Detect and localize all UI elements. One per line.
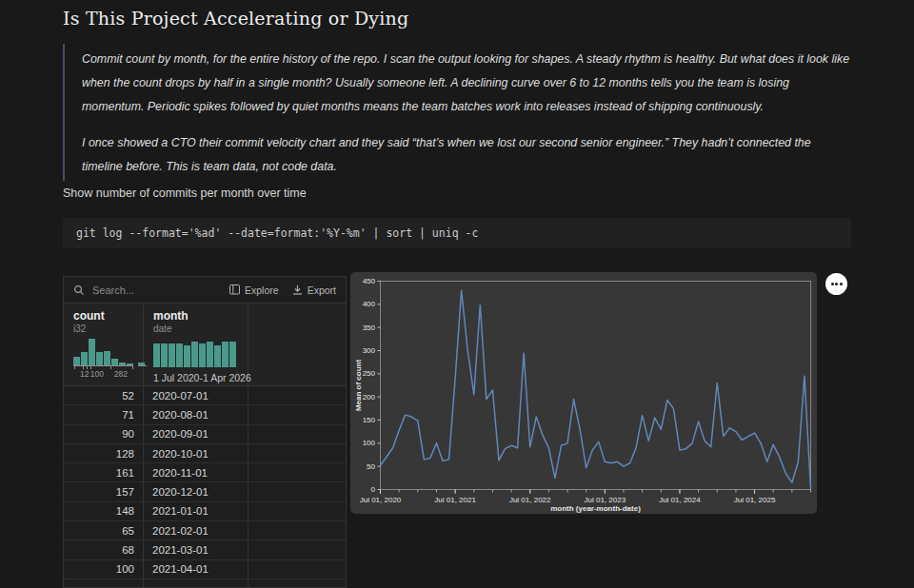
table-row[interactable]: 1282020-10-01 <box>64 444 346 463</box>
search-input[interactable] <box>90 284 216 297</box>
svg-text:350: 350 <box>363 323 376 332</box>
quote-block: Commit count by month, for the entire hi… <box>63 44 851 181</box>
column-header-count[interactable]: count i32 12100282 <box>64 304 144 385</box>
table-cell: 2021-04-01 <box>144 560 248 578</box>
table-cell <box>248 502 346 520</box>
table-cell: 68 <box>64 540 144 559</box>
table-row[interactable]: 1002021-04-01 <box>64 560 346 579</box>
svg-text:Jul 01, 2025: Jul 01, 2025 <box>734 496 776 504</box>
table-cell <box>248 463 346 481</box>
table-cell: 148 <box>64 502 144 520</box>
svg-text:400: 400 <box>363 300 376 308</box>
table-row[interactable] <box>64 579 346 588</box>
svg-text:150: 150 <box>363 416 376 424</box>
svg-text:Jul 01, 2022: Jul 01, 2022 <box>509 496 551 504</box>
chart-panel: 050100150200250300350400450Jul 01, 2020J… <box>350 272 817 514</box>
table-row[interactable]: 1572020-12-01 <box>64 482 346 501</box>
month-histogram[interactable]: 1 Jul 2020-1 Apr 2026 <box>153 339 248 383</box>
table-row[interactable]: 712020-08-01 <box>64 405 346 424</box>
table-cell: 157 <box>64 482 144 500</box>
column-type: date <box>153 323 248 334</box>
table-cell <box>144 579 248 588</box>
table-cell: 2020-08-01 <box>144 405 248 423</box>
chart-menu-button[interactable] <box>825 273 847 295</box>
table-cell: 2021-01-01 <box>144 502 248 520</box>
ellipsis-icon <box>831 283 843 285</box>
svg-text:Jul 01, 2023: Jul 01, 2023 <box>585 496 626 504</box>
table-cell: 90 <box>64 425 144 443</box>
table-row[interactable]: 902020-09-01 <box>64 425 346 444</box>
svg-text:250: 250 <box>363 369 376 378</box>
explore-panel-icon <box>229 284 240 295</box>
svg-text:0: 0 <box>371 485 376 494</box>
download-icon <box>292 284 303 295</box>
svg-text:Jul 01, 2024: Jul 01, 2024 <box>659 496 701 504</box>
column-type: i32 <box>73 323 143 334</box>
table-row[interactable]: 682021-03-01 <box>64 540 346 559</box>
table-cell: 128 <box>64 444 144 462</box>
table-cell: 2021-03-01 <box>144 540 248 559</box>
table-row[interactable]: 1612020-11-01 <box>64 463 346 482</box>
table-cell <box>248 386 346 404</box>
svg-text:200: 200 <box>363 393 376 402</box>
quote-paragraph-2: I once showed a CTO their commit velocit… <box>82 131 851 179</box>
table-cell <box>248 540 346 559</box>
table-cell <box>248 405 346 423</box>
count-axis-labels: 12100282 <box>73 369 148 379</box>
table-cell: 100 <box>64 560 144 578</box>
table-body: 522020-07-01712020-08-01902020-09-011282… <box>64 386 346 588</box>
column-header-month[interactable]: month date 1 Jul 2020-1 Apr 2026 <box>144 304 248 385</box>
svg-text:300: 300 <box>363 346 376 355</box>
svg-text:450: 450 <box>363 277 376 285</box>
table-cell <box>64 579 144 588</box>
svg-text:Jul 01, 2021: Jul 01, 2021 <box>434 496 476 504</box>
table-cell: 2020-07-01 <box>144 386 248 404</box>
explore-button[interactable]: Explore <box>229 284 279 296</box>
table-cell <box>248 560 346 578</box>
table-cell <box>248 444 346 462</box>
table-row[interactable]: 652021-02-01 <box>64 521 346 540</box>
code-block: git log --format='%ad' --date=format:'%Y… <box>63 218 851 248</box>
table-header: count i32 12100282 mon <box>64 304 346 386</box>
svg-text:month (year-month-date): month (year-month-date) <box>550 504 641 513</box>
table-row[interactable]: 1482021-01-01 <box>64 502 346 521</box>
quote-paragraph-1: Commit count by month, for the entire hi… <box>82 48 851 119</box>
page-title: Is This Project Accelerating or Dying <box>63 8 408 29</box>
table-cell: 2020-10-01 <box>144 444 248 462</box>
code-text: git log --format='%ad' --date=format:'%Y… <box>76 226 478 240</box>
table-cell <box>248 482 346 500</box>
explore-label: Explore <box>245 284 279 296</box>
table-cell: 52 <box>64 386 144 404</box>
month-range-label: 1 Jul 2020-1 Apr 2026 <box>153 372 248 383</box>
column-header-empty <box>248 304 346 385</box>
column-name: month <box>153 310 248 323</box>
table-cell <box>248 521 346 539</box>
table-cell: 2020-09-01 <box>144 425 248 443</box>
table-row[interactable]: 522020-07-01 <box>64 386 346 405</box>
table-cell: 161 <box>64 463 144 481</box>
prompt-text: Show number of commits per month over ti… <box>63 186 307 200</box>
svg-text:Mean of count: Mean of count <box>354 360 363 412</box>
export-label: Export <box>308 284 336 296</box>
search-icon <box>73 284 85 296</box>
count-histogram[interactable]: 12100282 <box>73 339 143 379</box>
table-cell: 71 <box>64 405 144 423</box>
table-cell <box>248 579 346 588</box>
svg-text:50: 50 <box>367 462 375 471</box>
table-toolbar: Explore Export <box>64 277 346 304</box>
svg-text:Jul 01, 2020: Jul 01, 2020 <box>360 496 402 504</box>
table-cell <box>248 425 346 443</box>
line-chart: 050100150200250300350400450Jul 01, 2020J… <box>350 272 817 514</box>
svg-text:100: 100 <box>363 439 376 447</box>
table-cell: 2021-02-01 <box>144 521 248 539</box>
table-cell: 2020-11-01 <box>144 463 248 481</box>
data-table-panel: Explore Export count i32 <box>63 276 347 588</box>
export-button[interactable]: Export <box>292 284 336 296</box>
column-name: count <box>73 310 143 323</box>
table-cell: 2020-12-01 <box>144 482 248 500</box>
table-cell: 65 <box>64 521 144 539</box>
